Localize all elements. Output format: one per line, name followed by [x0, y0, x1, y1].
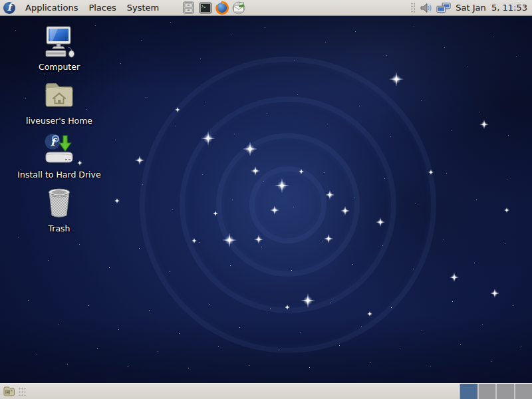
star-sparkle [201, 131, 215, 146]
star-sparkle [213, 211, 218, 216]
desktop-icon-computer[interactable]: Computer [15, 25, 104, 79]
bottom-panel [0, 383, 532, 399]
workspace-2[interactable] [479, 384, 496, 399]
star-sparkle [251, 166, 260, 176]
star-sparkle [479, 120, 489, 129]
star-sparkle [428, 170, 434, 175]
star-sparkle [367, 311, 372, 317]
star-sparkle [135, 156, 144, 165]
star-sparkle [285, 305, 290, 310]
star-sparkle [222, 233, 237, 247]
star-sparkle [299, 169, 304, 174]
home-folder-icon [43, 79, 76, 115]
star-sparkle [270, 205, 279, 215]
clock[interactable]: Sat Jan 5, 11:53 [456, 3, 527, 13]
star-sparkle [301, 293, 315, 308]
star-sparkle [192, 238, 197, 243]
panel-tray: Sat Jan 5, 11:53 [411, 1, 532, 15]
show-desktop-icon [3, 386, 15, 398]
volume-icon[interactable] [418, 1, 433, 15]
star-sparkle [254, 235, 263, 244]
star-sparkle [324, 234, 333, 243]
desktop-icon-label: liveuser's Home [26, 116, 92, 126]
desktop-icon-home[interactable]: liveuser's Home [15, 79, 104, 133]
star-sparkle [275, 178, 289, 193]
network-icon[interactable] [436, 1, 451, 15]
star-sparkle [114, 198, 120, 203]
desktop-icon-trash[interactable]: Trash [15, 187, 104, 241]
menu-places[interactable]: Places [83, 0, 121, 15]
menu-system[interactable]: System [122, 0, 164, 15]
desktop-icon-label: Install to Hard Drive [17, 170, 100, 180]
workspace-1[interactable] [460, 384, 477, 399]
star-sparkle [504, 207, 509, 213]
star-sparkle [389, 72, 404, 86]
star-sparkle [376, 217, 385, 227]
star-sparkle [325, 190, 334, 200]
desktop-icon-install[interactable]: f Install to Hard Drive [15, 133, 104, 187]
desktop-icons: Computer liveuser's Home [15, 25, 104, 241]
trash-icon [44, 187, 74, 223]
star-sparkle [450, 273, 459, 282]
star-field [0, 16, 1, 17]
computer-icon [41, 25, 77, 61]
workspace-3[interactable] [497, 384, 514, 399]
file-manager-icon[interactable] [182, 1, 196, 15]
desktop-icon-label: Trash [48, 223, 70, 233]
star-sparkle [340, 206, 350, 215]
show-desktop-button[interactable] [1, 384, 16, 399]
terminal-icon[interactable] [198, 1, 212, 15]
panel-launchers [182, 1, 245, 15]
desktop-icon-label: Computer [39, 62, 80, 72]
email-icon[interactable] [231, 1, 245, 15]
install-to-hard-drive-icon: f [41, 133, 77, 169]
workspace-switcher [459, 384, 532, 399]
top-panel: f Applications Places System [0, 0, 532, 16]
fedora-logo-icon[interactable]: f [3, 2, 15, 14]
desktop-wallpaper: Computer liveuser's Home [0, 16, 532, 383]
menu-applications[interactable]: Applications [20, 0, 83, 15]
star-sparkle [243, 142, 257, 156]
star-sparkle [490, 289, 499, 298]
desktop-screen: f Applications Places System [0, 0, 532, 399]
taskbar-drag-handle[interactable] [19, 388, 27, 396]
workspace-4[interactable] [515, 384, 532, 399]
applet-drag-handle[interactable] [411, 3, 415, 13]
firefox-icon[interactable] [215, 1, 229, 15]
star-sparkle [175, 107, 180, 112]
